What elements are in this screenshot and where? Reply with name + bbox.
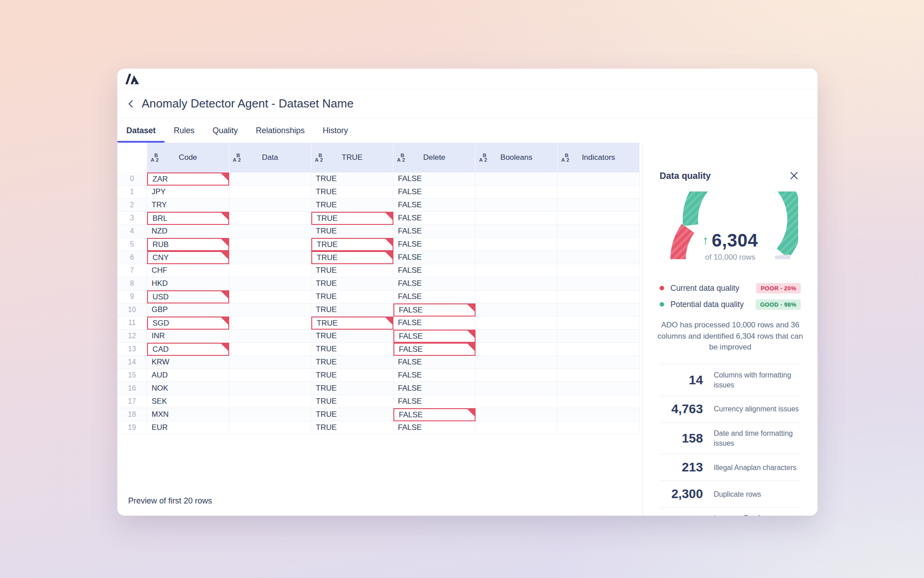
cell-indicators (558, 186, 640, 199)
cell-booleans (476, 199, 558, 212)
cell-indicators (558, 212, 640, 225)
column-header-data: BA 2Data (229, 143, 311, 172)
row-number: 15 (117, 369, 147, 382)
tab-rules[interactable]: Rules (165, 118, 203, 143)
close-icon (790, 171, 799, 180)
cell-data (229, 303, 311, 317)
cell-delete: FALSE (393, 395, 476, 408)
cell-booleans (476, 382, 558, 395)
stat-row: 7,850Incorrect Product name values based… (660, 507, 801, 516)
legend-label: Current data quality (670, 284, 756, 293)
cell-booleans (476, 264, 558, 277)
cell-indicators (558, 277, 640, 290)
cell-indicators (558, 408, 640, 421)
stat-row: 2,300Duplicate rows (660, 480, 801, 507)
row-number: 18 (117, 408, 147, 421)
cell-booleans (476, 172, 558, 186)
cell-indicators (558, 421, 640, 434)
chevron-left-icon (126, 98, 135, 109)
table-corner-cell (117, 143, 147, 172)
cell-booleans (476, 303, 558, 317)
stat-label: Duplicate rows (714, 489, 801, 499)
cell-code: SGD (147, 317, 229, 330)
cell-code: TRY (147, 199, 229, 212)
tab-dataset[interactable]: Dataset (117, 118, 165, 143)
cell-true: TRUE (311, 382, 393, 395)
cell-booleans (476, 251, 558, 264)
row-number: 5 (117, 238, 147, 251)
content-body: BA 2CodeBA 2DataBA 2TRUEBA 2DeleteBA 2Bo… (117, 143, 818, 516)
table-row: 1JPYTRUEFALSE (117, 186, 642, 199)
row-number: 7 (117, 264, 147, 277)
column-header-true: BA 2TRUE (311, 143, 393, 172)
cell-data (229, 356, 311, 369)
cell-code: KRW (147, 356, 229, 369)
cell-code: HKD (147, 277, 229, 290)
stat-label: Columns with formatting issues (714, 370, 801, 390)
table-row: 2TRYTRUEFALSE (117, 199, 642, 212)
cell-true: TRUE (311, 317, 393, 330)
cell-data (229, 199, 311, 212)
cell-indicators (558, 303, 640, 317)
cell-booleans (476, 225, 558, 238)
cell-booleans (476, 238, 558, 251)
cell-code: CNY (147, 251, 229, 264)
data-type-icon: BA 2 (397, 153, 405, 162)
status-badge: POOR - 20% (756, 283, 801, 294)
table-row: 10GBPTRUEFALSE (117, 303, 642, 317)
cell-code: BRL (147, 212, 229, 225)
table-header: BA 2CodeBA 2DataBA 2TRUEBA 2DeleteBA 2Bo… (117, 143, 642, 172)
stat-value: 158 (660, 431, 703, 446)
cell-booleans (476, 408, 558, 421)
cell-true: TRUE (311, 343, 393, 356)
cell-delete: FALSE (393, 290, 476, 303)
stat-row: 213Illegal Anaplan characters (660, 454, 801, 480)
row-number: 0 (117, 172, 147, 186)
tab-history[interactable]: History (314, 118, 357, 143)
tab-relationships[interactable]: Relationships (247, 118, 314, 143)
row-number: 11 (117, 317, 147, 330)
cell-booleans (476, 290, 558, 303)
title-bar: Anomaly Detector Agent - Dataset Name (117, 89, 818, 118)
cell-delete: FALSE (393, 212, 476, 225)
cell-code: NOK (147, 382, 229, 395)
column-header-code: BA 2Code (147, 143, 229, 172)
status-badge: GOOD - 98% (756, 299, 801, 310)
cell-true: TRUE (311, 186, 393, 199)
cell-delete: FALSE (393, 264, 476, 277)
cell-indicators (558, 382, 640, 395)
back-button[interactable] (123, 96, 139, 112)
table-row: 16NOKTRUEFALSE (117, 382, 642, 395)
close-button[interactable] (787, 169, 801, 182)
cell-indicators (558, 369, 640, 382)
cell-code: MXN (147, 408, 229, 421)
legend-dot-icon (660, 286, 664, 290)
stat-label: Illegal Anaplan characters (714, 463, 801, 473)
row-number: 3 (117, 212, 147, 225)
table-row: 19EURTRUEFALSE (117, 421, 642, 434)
stat-value: 2,300 (660, 487, 703, 501)
table-row: 4NZDTRUEFALSE (117, 225, 642, 238)
stat-value: 14 (660, 373, 703, 387)
cell-delete: FALSE (393, 330, 476, 343)
cell-indicators (558, 172, 640, 186)
cell-indicators (558, 225, 640, 238)
row-number: 14 (117, 356, 147, 369)
cell-true: TRUE (311, 395, 393, 408)
row-number: 13 (117, 343, 147, 356)
cell-delete: FALSE (393, 343, 476, 356)
cell-code: USD (147, 290, 229, 303)
legend-dot-icon (660, 302, 664, 307)
table-row: 15AUDTRUEFALSE (117, 369, 642, 382)
stat-row: 4,763Currency alignment issues (660, 396, 801, 422)
cell-code: AUD (147, 369, 229, 382)
gauge-value: 6,304 (711, 230, 758, 251)
cell-booleans (476, 356, 558, 369)
column-header-booleans: BA 2Booleans (476, 143, 558, 172)
quality-gauge: ↑ 6,304 of 10,000 rows (663, 191, 798, 267)
row-number: 8 (117, 277, 147, 290)
cell-data (229, 264, 311, 277)
tab-quality[interactable]: Quality (203, 118, 247, 143)
cell-indicators (558, 356, 640, 369)
cell-delete: FALSE (393, 251, 476, 264)
